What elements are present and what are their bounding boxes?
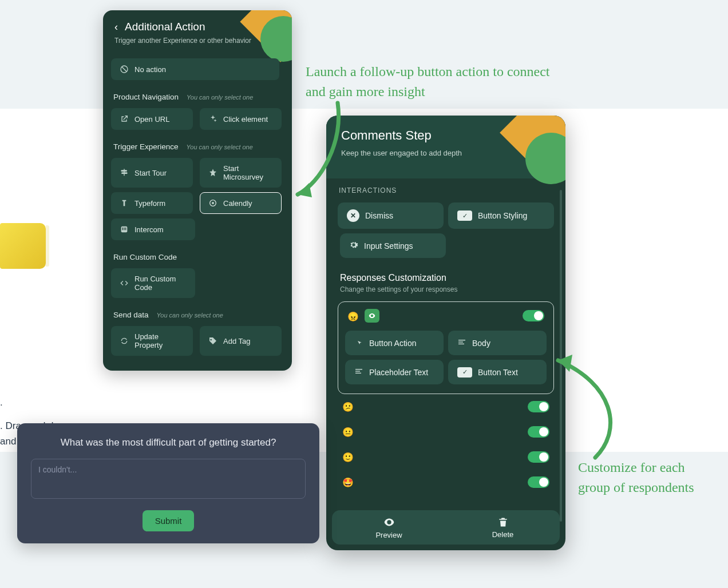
check-badge-icon: ✓ [457,367,472,378]
start-tour-button[interactable]: Start Tour [111,158,193,188]
section-trigger-experience: Trigger Experience [113,142,179,151]
footer-bar: Preview Delete [332,510,560,545]
star-icon [208,168,217,177]
annotation-top: Launch a follow-up button action to conn… [306,62,563,102]
emoji-starstruck: 🤩 [342,477,354,488]
click-element-label: Click element [223,115,268,124]
button-styling-label: Button Styling [478,211,527,220]
response-toggle[interactable] [528,476,549,488]
response-row[interactable]: 🙂 [338,444,554,470]
delete-button[interactable]: Delete [446,510,560,545]
emoji-smile: 🙂 [342,452,354,463]
placeholder-text-label: Placeholder Text [369,368,428,377]
close-icon: ✕ [347,209,359,222]
response-card-expanded: 😠 Button Action Body [338,301,554,394]
gear-icon [349,240,358,251]
section-product-nav: Product Navigation [113,93,179,101]
calendly-button[interactable]: Calendly [200,192,282,214]
responses-sub: Change the settings of your responses [340,285,552,293]
svg-rect-7 [125,228,126,231]
survey-widget: What was the most difficult part of gett… [17,423,319,543]
calendly-icon [208,198,217,208]
open-url-button[interactable]: Open URL [111,108,193,130]
response-toggle[interactable] [528,451,549,463]
button-text-label: Button Text [478,368,518,377]
response-toggle[interactable] [528,401,549,412]
click-element-button[interactable]: Click element [200,108,282,130]
survey-response-input[interactable] [31,459,306,499]
input-settings-button[interactable]: Input Settings [340,233,446,258]
back-chevron-icon[interactable]: ‹ [114,21,118,33]
dismiss-label: Dismiss [365,211,393,220]
intercom-button[interactable]: Intercom [111,218,195,240]
update-property-button[interactable]: Update Property [111,326,193,356]
refresh-icon [120,336,129,345]
additional-action-panel: ‹ Additional Action Trigger another Expe… [103,10,292,371]
preview-button[interactable]: Preview [332,510,446,545]
emoji-confused: 😕 [342,402,354,412]
button-action-button[interactable]: Button Action [345,331,444,355]
check-badge-icon: ✓ [457,210,472,221]
response-toggle[interactable] [528,426,549,438]
start-microsurvey-label: Start Microsurvey [223,164,273,181]
text-lines-icon [457,337,466,348]
book-icon [0,223,52,280]
intercom-icon [120,225,129,234]
update-property-label: Update Property [134,332,184,349]
no-action-label: No action [134,65,166,74]
text-lines-icon [354,367,363,378]
intercom-label: Intercom [134,225,164,234]
body-button[interactable]: Body [448,331,547,355]
typeform-icon [120,198,129,208]
preview-label: Preview [375,531,402,539]
section-hint: You can only select one [187,94,253,101]
interactions-label: INTERACTIONS [339,186,553,194]
button-styling-button[interactable]: ✓ Button Styling [448,202,554,229]
svg-point-3 [212,202,214,204]
open-url-label: Open URL [134,115,169,124]
svg-rect-8 [458,340,465,340]
response-toggle[interactable] [523,310,544,321]
response-row[interactable]: 🤩 [338,470,554,495]
typeform-label: Typeform [134,199,165,208]
no-action-button[interactable]: No action [111,58,279,80]
section-hint: You can only select one [157,312,223,319]
emoji-angry: 😠 [347,312,359,321]
delete-label: Delete [492,530,514,539]
annotation-right: Customize for each group of respondents [578,458,704,498]
calendly-label: Calendly [223,199,252,208]
arrow-right [549,349,624,463]
start-tour-label: Start Tour [134,169,167,177]
response-row[interactable]: 😐 [338,419,554,444]
button-text-button[interactable]: ✓ Button Text [448,360,547,384]
button-action-label: Button Action [369,339,417,348]
start-microsurvey-button[interactable]: Start Microsurvey [200,158,282,188]
cursor-click-icon [354,337,363,348]
survey-question: What was the most difficult part of gett… [31,437,306,448]
signpost-icon [120,168,129,177]
svg-rect-6 [124,228,124,231]
sparkle-icon [208,114,217,124]
section-hint: You can only select one [187,144,253,150]
add-tag-button[interactable]: Add Tag [200,326,282,356]
run-custom-code-button[interactable]: Run Custom Code [111,268,195,298]
svg-rect-10 [458,344,464,344]
arrow-top [286,97,349,206]
comments-step-subtitle: Keep the user engaged to add depth [341,149,551,157]
typeform-button[interactable]: Typeform [111,192,193,214]
comments-step-title: Comments Step [341,128,551,143]
body-label: Body [472,339,490,348]
visibility-chip[interactable] [365,309,379,323]
comments-step-panel: Comments Step Keep the user engaged to a… [326,116,565,550]
placeholder-text-button[interactable]: Placeholder Text [345,360,444,384]
external-link-icon [120,114,129,124]
svg-rect-13 [355,373,361,374]
emoji-neutral: 😐 [342,427,354,438]
dismiss-button[interactable]: ✕ Dismiss [338,202,444,229]
panel-title: Additional Action [125,21,205,33]
tag-icon [208,336,217,345]
code-icon [120,279,129,288]
submit-button[interactable]: Submit [143,510,195,531]
response-row[interactable]: 😕 [338,394,554,419]
svg-rect-5 [122,228,123,231]
